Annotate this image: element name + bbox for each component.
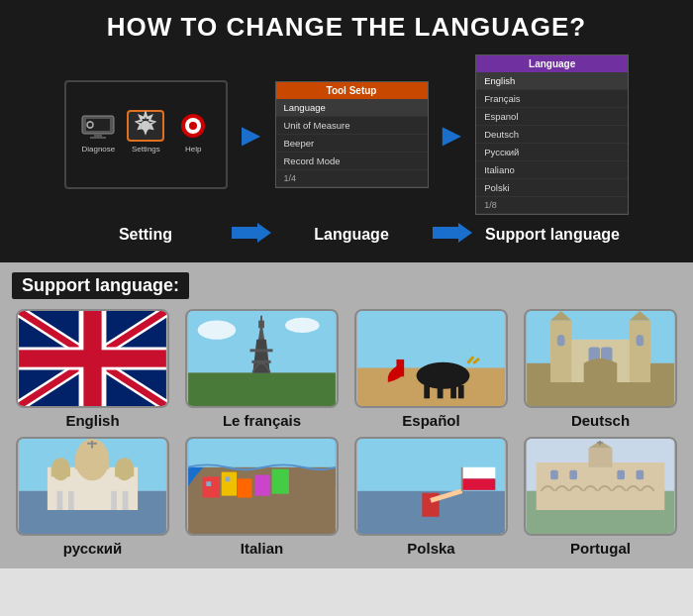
lang-card-portuguese: Portugal: [520, 437, 681, 557]
lang-img-french: [185, 309, 339, 408]
svg-rect-51: [557, 335, 565, 347]
lang-polski[interactable]: Polski: [476, 179, 628, 197]
lang-card-german: Deutsch: [520, 309, 681, 429]
tool-setup-page: 1/4: [276, 170, 428, 187]
lang-img-german: [524, 309, 677, 408]
svg-rect-76: [206, 481, 211, 486]
svg-rect-77: [226, 476, 231, 481]
svg-rect-73: [238, 478, 251, 497]
svg-rect-21: [83, 311, 101, 406]
lang-italiano[interactable]: Italiano: [476, 161, 628, 179]
svg-rect-74: [254, 474, 269, 495]
svg-rect-52: [637, 335, 644, 347]
tool-setup-language[interactable]: Language: [276, 99, 428, 117]
lang-img-spanish: [354, 309, 508, 408]
svg-rect-36: [424, 385, 430, 398]
lang-img-russian: [16, 437, 169, 536]
diagnose-label: Diagnose: [81, 145, 115, 154]
svg-point-10: [189, 122, 197, 130]
lang-name-german: Deutsch: [571, 412, 630, 429]
svg-marker-11: [232, 223, 271, 243]
device-screen: Diagnose Settings: [64, 80, 228, 189]
lang-img-italian: [185, 437, 339, 536]
lang-name-english: English: [65, 412, 119, 429]
svg-rect-25: [188, 372, 336, 406]
svg-point-7: [141, 121, 150, 131]
step1-label: Setting: [64, 226, 228, 244]
svg-rect-84: [462, 467, 496, 479]
lang-name-portuguese: Portugal: [570, 540, 631, 557]
lang-name-french: Le français: [223, 412, 301, 429]
svg-rect-59: [75, 460, 110, 469]
svg-rect-66: [57, 491, 63, 510]
svg-rect-102: [637, 470, 644, 480]
svg-rect-47: [550, 321, 571, 382]
svg-rect-68: [111, 491, 117, 510]
lang-card-russian: русский: [12, 437, 173, 557]
settings-icon-box: [127, 110, 164, 142]
arrow2: ►: [437, 119, 468, 151]
step2-label: Language: [275, 226, 429, 244]
lang-name-polish: Polska: [407, 540, 454, 557]
language-panel: Language English Français Espanol Deutsc…: [475, 54, 629, 215]
svg-rect-28: [250, 349, 273, 352]
lang-img-english: [16, 309, 169, 408]
lang-img-portuguese: [524, 437, 677, 536]
language-header: Language: [476, 55, 628, 72]
svg-rect-1: [86, 119, 110, 131]
language-page: 1/8: [476, 197, 628, 214]
settings-label: Settings: [132, 145, 160, 154]
svg-rect-3: [90, 137, 106, 139]
svg-rect-63: [51, 469, 70, 477]
tool-setup-header: Tool Setup: [276, 82, 428, 99]
main-title: HOW TO CHANGE THE LANGUAGE?: [10, 12, 683, 43]
tool-setup-unit[interactable]: Unit of Measure: [276, 117, 428, 135]
support-label: Support language:: [12, 272, 189, 299]
language-grid: English: [12, 309, 681, 557]
lang-francais[interactable]: Français: [476, 90, 628, 108]
lang-russian[interactable]: Русский: [476, 144, 628, 161]
device-icons: Diagnose Settings: [79, 110, 212, 154]
svg-rect-100: [569, 470, 577, 480]
step3-label: Support language: [476, 226, 630, 244]
svg-rect-37: [438, 385, 444, 398]
lang-english[interactable]: English: [476, 72, 628, 90]
bottom-section: Support language: English: [0, 262, 693, 568]
tool-setup-beeper[interactable]: Beeper: [276, 135, 428, 153]
lang-espanol[interactable]: Espanol: [476, 108, 628, 126]
svg-point-34: [417, 362, 470, 389]
svg-rect-85: [462, 478, 496, 490]
svg-rect-72: [222, 472, 237, 496]
step-arrow1: [228, 221, 275, 249]
demo-area: Diagnose Settings: [10, 54, 683, 215]
help-icon-item: Help: [174, 110, 212, 154]
svg-rect-75: [272, 469, 289, 494]
svg-rect-99: [550, 470, 558, 480]
lang-card-polish: Polska: [350, 437, 512, 557]
svg-rect-71: [203, 476, 220, 497]
lang-img-polish: [354, 437, 508, 536]
svg-rect-78: [188, 439, 336, 467]
top-section: HOW TO CHANGE THE LANGUAGE?: [0, 0, 693, 262]
help-label: Help: [185, 145, 201, 154]
steps-row: Setting Language Support language: [10, 221, 683, 249]
svg-rect-65: [115, 469, 134, 477]
diagnose-icon-item: Diagnose: [79, 110, 117, 154]
arrow1: ►: [236, 119, 267, 151]
lang-name-spanish: Español: [402, 412, 459, 429]
diagnose-icon-box: [79, 110, 117, 142]
tool-setup-panel: Tool Setup Language Unit of Measure Beep…: [275, 81, 429, 188]
svg-point-24: [285, 318, 320, 333]
lang-name-russian: русский: [63, 540, 123, 557]
svg-rect-39: [458, 385, 464, 398]
svg-marker-12: [433, 223, 472, 243]
tool-setup-record[interactable]: Record Mode: [276, 153, 428, 170]
svg-rect-32: [357, 311, 505, 368]
lang-deutsch[interactable]: Deutsch: [476, 126, 628, 144]
settings-icon-item: Settings: [127, 110, 164, 154]
svg-rect-2: [94, 134, 102, 137]
lang-card-italian: Italian: [181, 437, 343, 557]
step-arrow2: [429, 221, 476, 249]
svg-rect-48: [630, 321, 650, 382]
svg-rect-95: [589, 449, 613, 467]
